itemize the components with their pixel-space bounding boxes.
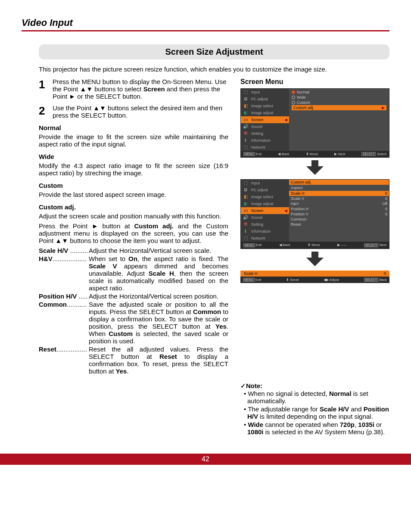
setting-icon: 🛠 [243,131,249,136]
menu-imgadj: ◐Image adjust [241,109,289,116]
note-item: • Wide cannot be operated when 720p, 103… [244,421,389,436]
sound-icon: 🔊 [243,124,249,129]
row-posh: Position H0 [289,206,389,212]
menu-input: ⬚Input [241,89,289,96]
step-number: 2 [39,104,53,119]
row-scaleh: Scale H0 [289,191,389,196]
custom-heading: Custom [39,182,228,189]
page-header: Video Input [22,17,389,31]
customadj-text2: Press the Point ► button at Custom adj. … [39,222,228,244]
osd2-breadcrumb: Custom adj. [289,180,389,185]
osd2-footer: MENU Exit ◀ Back ⬍ Move ▶ ----- SELECT N… [241,242,389,248]
opt-normal: Normal [292,90,386,95]
left-column: 1 Press the MENU button to display the O… [39,78,228,436]
wide-text: Modify the 4:3 aspect ratio image to fit… [39,162,228,177]
step-text: Use the Point ▲▼ buttons select the desi… [53,104,228,119]
customadj-heading: Custom adj. [39,203,228,211]
osd-screenshot-2: ⬚Input 🖥PC adjust ◧Image select ◐Image a… [240,179,389,249]
opt-customadj: Custom adj.▶ [292,105,386,110]
osd1-footer: MENU Exit ◀ Back ⬍ Move ▶ Next SELECT Se… [241,151,389,157]
row-reset: Reset [289,222,389,227]
wide-heading: Wide [39,153,228,160]
arrow-down-icon [240,252,389,268]
note-box: ✓Note: • When no signal is detected, Nor… [240,382,389,436]
svg-marker-0 [306,160,324,175]
info-icon: ℹ [243,138,249,143]
customadj-text1: Adjust the screen scale and position man… [39,212,228,220]
screen-icon: ▭ [243,117,249,122]
normal-heading: Normal [39,124,228,131]
image-adjust-icon: ◐ [243,110,249,115]
definition-list: Scale H/V ..........Adjust the Horizonta… [39,247,228,375]
section-title: Screen Size Adjustment [39,44,389,59]
arrow-down-icon [240,160,389,177]
svg-marker-1 [306,252,324,266]
page-footer: 42 [0,454,411,465]
step-text: Press the MENU button to display the On-… [53,78,228,100]
screen-menu-heading: Screen Menu [240,78,389,86]
row-scalev: Scale V0 [289,196,389,201]
menu-pc: 🖥PC adjust [241,96,289,103]
note-item: • When no signal is detected, Normal is … [244,390,389,404]
step-number: 1 [39,78,53,100]
osd-scale-bar: Scale H0 MENU Exit ⬍ Scroll ◀▶ Adjust SE… [240,271,389,283]
normal-text: Provide the image to fit the screen size… [39,133,228,148]
input-icon: ⬚ [243,90,249,95]
menu-info: ℹInformation [241,137,289,144]
row-posv: Position V0 [289,212,389,217]
intro-text: This projector has the picture screen re… [39,65,389,73]
menu-imgsel: ◧Image select [241,103,289,109]
opt-custom: Custom [292,100,386,105]
menu-setting: 🛠Setting [241,130,289,137]
custom-text: Provide the last stored aspect screen im… [39,191,228,198]
opt-wide: Wide [292,95,386,100]
osd-screenshot-1: ⬚Input 🖥PC adjust ◧Image select ◐Image a… [240,88,389,158]
network-icon: ⬚ [243,145,249,150]
monitor-icon: 🖥 [243,96,249,102]
image-select-icon: ◧ [243,103,249,109]
menu-screen: ▭Screen◀ [241,116,289,123]
note-item: • The adjustable range for Scale H/V and… [244,405,389,420]
step-2: 2 Use the Point ▲▼ buttons select the de… [39,104,228,119]
menu-sound: 🔊Sound [241,123,289,130]
row-common: Common [289,217,389,222]
note-title: ✓Note: [240,382,389,390]
right-column: Screen Menu ⬚Input 🖥PC adjust ◧Image sel… [240,78,389,436]
step-1: 1 Press the MENU button to display the O… [39,78,228,100]
row-hv: H&VOff [289,201,389,206]
menu-network: ⬚Network [241,144,289,151]
